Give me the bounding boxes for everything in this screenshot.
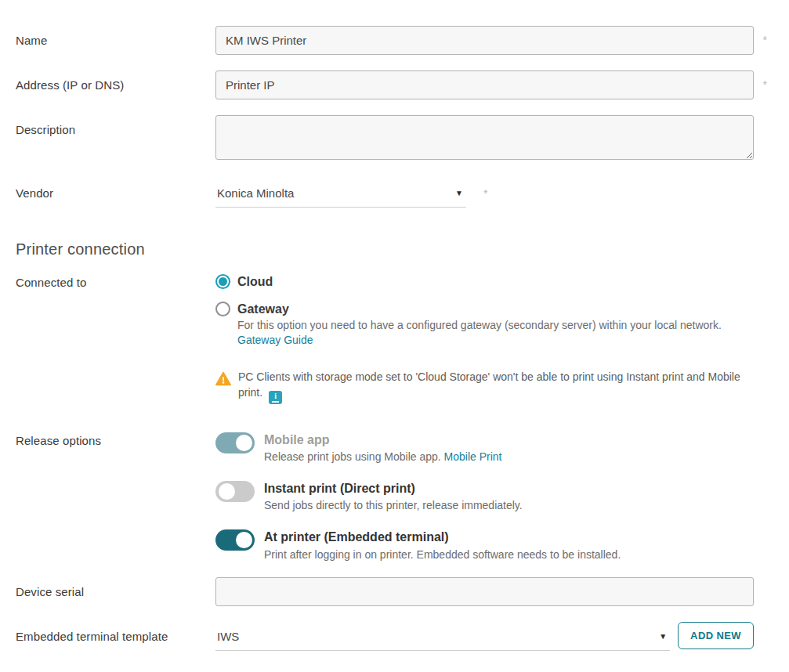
- embedded-terminal-row: Embedded terminal template IWS ▼ ADD NEW: [16, 622, 769, 651]
- connected-to-label: Connected to: [16, 274, 215, 289]
- at-printer-label: At printer (Embedded terminal): [264, 529, 621, 544]
- device-serial-label: Device serial: [16, 577, 215, 598]
- instant-print-toggle[interactable]: [215, 481, 255, 502]
- required-asterisk: *: [483, 187, 487, 200]
- instant-print-description: Send jobs directly to this printer, rele…: [264, 498, 523, 513]
- chevron-down-icon: ▼: [659, 632, 667, 641]
- toggle-row-mobile-app: Mobile app Release print jobs using Mobi…: [215, 432, 754, 464]
- toggle-row-at-printer: At printer (Embedded terminal) Print aft…: [215, 529, 754, 562]
- description-textarea[interactable]: [215, 115, 754, 160]
- info-icon[interactable]: i: [269, 391, 282, 404]
- vendor-label: Vendor: [16, 179, 215, 200]
- name-label: Name: [16, 26, 215, 47]
- address-label: Address (IP or DNS): [16, 70, 215, 92]
- embedded-terminal-select-value: IWS: [217, 630, 239, 643]
- radio-gateway-label: Gateway: [237, 302, 289, 316]
- name-input[interactable]: [215, 26, 754, 55]
- cloud-storage-warning: PC Clients with storage mode set to 'Clo…: [215, 369, 754, 405]
- printer-connection-heading: Printer connection: [16, 240, 769, 258]
- device-serial-input[interactable]: [215, 577, 754, 606]
- warning-icon: [215, 371, 231, 389]
- radio-option-gateway[interactable]: Gateway: [215, 302, 754, 316]
- address-row: Address (IP or DNS) *: [16, 70, 769, 99]
- at-printer-toggle[interactable]: [215, 529, 255, 551]
- vendor-select-value: Konica Minolta: [217, 186, 294, 200]
- name-row: Name *: [16, 26, 769, 55]
- mobile-app-label: Mobile app: [264, 432, 502, 447]
- connected-to-row: Connected to Cloud Gateway For this opti…: [16, 274, 769, 404]
- add-new-button[interactable]: ADD NEW: [678, 622, 754, 649]
- radio-option-cloud[interactable]: Cloud: [215, 274, 754, 289]
- gateway-description: For this option you need to have a confi…: [237, 318, 754, 349]
- radio-cloud[interactable]: [215, 274, 230, 289]
- required-asterisk: *: [763, 78, 767, 91]
- release-options-row: Release options Mobile app Release print…: [16, 432, 769, 562]
- instant-print-label: Instant print (Direct print): [264, 481, 523, 496]
- radio-gateway[interactable]: [215, 302, 230, 316]
- gateway-description-text: For this option you need to have a confi…: [237, 319, 722, 331]
- mobile-app-toggle[interactable]: [215, 432, 255, 453]
- vendor-select[interactable]: Konica Minolta ▼: [215, 179, 466, 208]
- toggle-row-instant-print: Instant print (Direct print) Send jobs d…: [215, 481, 754, 513]
- radio-cloud-label: Cloud: [237, 275, 273, 289]
- embedded-terminal-select[interactable]: IWS ▼: [215, 622, 670, 651]
- description-label: Description: [16, 115, 215, 136]
- release-options-label: Release options: [16, 432, 215, 447]
- embedded-terminal-label: Embedded terminal template: [16, 622, 215, 643]
- mobile-print-link[interactable]: Mobile Print: [444, 450, 502, 463]
- device-serial-row: Device serial: [16, 577, 769, 606]
- printer-edit-form: Name * Address (IP or DNS) * Description…: [0, 0, 789, 651]
- required-asterisk: *: [763, 34, 767, 46]
- gateway-guide-link[interactable]: Gateway Guide: [237, 334, 313, 346]
- chevron-down-icon: ▼: [455, 189, 463, 197]
- address-input[interactable]: [215, 70, 754, 99]
- mobile-app-description: Release print jobs using Mobile app. Mob…: [264, 450, 502, 464]
- warning-text: PC Clients with storage mode set to 'Clo…: [238, 369, 751, 405]
- at-printer-description: Print after logging in on printer. Embed…: [264, 547, 621, 562]
- description-row: Description: [16, 115, 769, 163]
- vendor-row: Vendor Konica Minolta ▼ *: [16, 179, 769, 208]
